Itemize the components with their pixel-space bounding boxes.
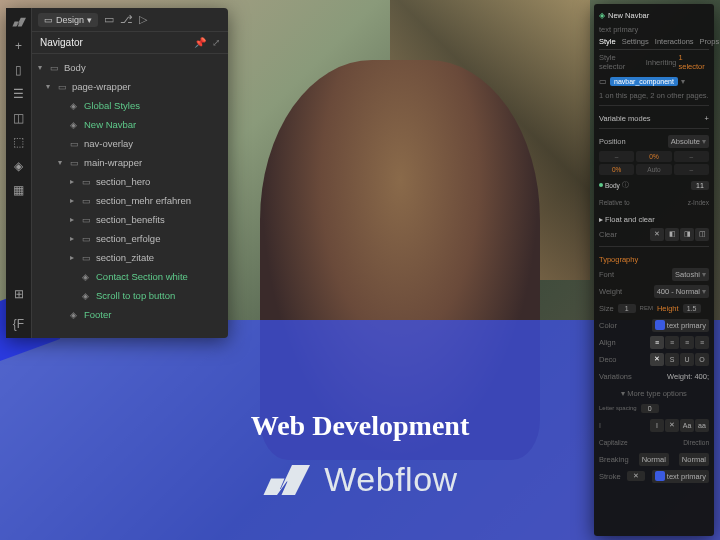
element-icon: ◈ [70,101,80,111]
offset-left2[interactable]: 0% [599,164,634,175]
webflow-logo-small-icon[interactable] [11,14,27,30]
breaking-dropdown[interactable]: Normal [639,453,669,466]
element-icon: ▭ [82,196,92,206]
tree-item[interactable]: ◈Contact Section white [32,267,228,286]
deco-strike[interactable]: S [665,353,679,366]
tab-style[interactable]: Style [599,37,616,46]
components-icon[interactable]: ◫ [11,110,27,126]
clear-both[interactable]: ◫ [695,228,709,241]
offset-auto[interactable]: Auto [636,164,671,175]
cap-aa2[interactable]: aa [695,419,709,432]
tree-item[interactable]: ▸▭section_mehr erfahren [32,191,228,210]
stroke-swatch-icon [655,471,665,481]
clear-left[interactable]: ◧ [665,228,679,241]
tree-item[interactable]: ◈New Navbar [32,115,228,134]
position-dropdown[interactable]: Absolute ▾ [668,135,709,148]
font-dropdown[interactable]: Satoshi ▾ [672,268,709,281]
preview-icon[interactable]: ▷ [139,13,147,26]
tree-item[interactable]: ▸▭section_hero [32,172,228,191]
deco-over[interactable]: O [695,353,709,366]
navigator-tree: ▾▭Body▾▭page-wrapper◈Global Styles◈New N… [32,54,228,338]
status-dot-icon [599,183,603,187]
tree-item[interactable]: ◈Footer [32,305,228,324]
relative-to-value[interactable]: Body [605,182,620,189]
offset-left[interactable]: – [599,151,634,162]
tree-item[interactable]: ▸▭section_zitate [32,248,228,267]
typography-section: Typography [599,255,709,264]
assets-icon[interactable]: ▦ [11,182,27,198]
tree-item[interactable]: ▾▭main-wrapper [32,153,228,172]
color-swatch-icon [655,320,665,330]
weight-dropdown[interactable]: 400 - Normal ▾ [654,285,709,298]
cms-icon[interactable]: ⊞ [11,286,27,302]
offset-top[interactable]: 0% [636,151,671,162]
selector-chip[interactable]: navbar_component [610,77,678,86]
align-right[interactable]: ≡ [680,336,694,349]
mode-label: Design [56,15,84,25]
ls-input[interactable]: 0 [641,404,659,413]
tree-item[interactable]: ◈Global Styles [32,96,228,115]
deco-underline[interactable]: U [680,353,694,366]
add-element-icon[interactable]: + [11,38,27,54]
height-input[interactable]: 1.5 [683,304,701,313]
breakpoint-icon[interactable]: ▭ [104,13,114,26]
info-icon[interactable]: ⓘ [622,181,629,190]
variables-icon[interactable]: ⬚ [11,134,27,150]
styles-icon[interactable]: ◈ [11,158,27,174]
wrap-dropdown[interactable]: Normal [679,453,709,466]
stroke-w[interactable]: ✕ [627,471,645,481]
deco-none[interactable]: ✕ [650,353,664,366]
variable-modes-section[interactable]: Variable modes + [599,114,709,123]
chevron-icon: ▸ [70,234,78,243]
tree-item[interactable]: ▭nav-overlay [32,134,228,153]
navigator-icon[interactable]: ☰ [11,86,27,102]
offset-right[interactable]: – [674,151,709,162]
branch-icon[interactable]: ⎇ [120,13,133,26]
align-justify[interactable]: ≡ [695,336,709,349]
stroke-row: Stroke ✕ text primary [599,469,709,483]
tree-item[interactable]: ◈Scroll to top button [32,286,228,305]
ls-row: Letter spacing 0 [599,401,709,415]
offset-right2[interactable]: – [674,164,709,175]
pin-icon[interactable]: 📌 [194,37,206,48]
position-offsets: – 0% – 0% Auto – [599,151,709,175]
tab-interactions[interactable]: Interactions [655,37,694,46]
nav-main: ▭ Design ▾ ▭ ⎇ ▷ Navigator 📌 ⤢ ▾▭Body▾▭p… [32,8,228,338]
italic-off[interactable]: ✕ [665,419,679,432]
tree-label: New Navbar [84,119,136,130]
element-header: ◈ New Navbar [599,8,709,22]
tree-item[interactable]: ▸▭section_erfolge [32,229,228,248]
tree-item[interactable]: ▸▭section_benefits [32,210,228,229]
selector-chip-row: ▭ navbar_component ▾ [599,74,709,88]
align-row: Align ≡≡≡≡ [599,335,709,349]
tree-item[interactable]: ▾▭Body [32,58,228,77]
inheriting-count[interactable]: 1 selector [679,53,710,71]
weight-row: Weight 400 - Normal ▾ [599,284,709,298]
size-input[interactable]: 1 [618,304,636,313]
add-icon[interactable]: + [705,114,709,123]
breakpoint-dot-icon[interactable]: ▭ [599,77,607,86]
align-center[interactable]: ≡ [665,336,679,349]
float-section[interactable]: ▸ Float and clear [599,215,709,224]
tree-item[interactable]: ▾▭page-wrapper [32,77,228,96]
stroke-color[interactable]: text primary [652,470,709,483]
variations-value[interactable]: Weight: 400; [667,372,709,381]
tab-settings[interactable]: Settings [622,37,649,46]
color-picker[interactable]: text primary [652,319,709,332]
clear-none[interactable]: ✕ [650,228,664,241]
mode-dropdown[interactable]: ▭ Design ▾ [38,13,98,27]
apps-icon[interactable]: {F [11,316,27,332]
italic-i[interactable]: I [650,419,664,432]
clear-right[interactable]: ◨ [680,228,694,241]
more-type-options[interactable]: ▾ More type options [599,389,709,398]
collapse-icon[interactable]: ⤢ [212,37,220,48]
zindex-input[interactable]: 11 [691,181,709,190]
pages-icon[interactable]: ▯ [11,62,27,78]
cap-aa[interactable]: Aa [680,419,694,432]
chevron-down-icon[interactable]: ▾ [681,77,685,86]
chevron-icon: ▸ [70,253,78,262]
rel-z-labels: Relative to z-Index [599,195,709,209]
tree-label: main-wrapper [84,157,142,168]
align-left[interactable]: ≡ [650,336,664,349]
tab-props[interactable]: Props [700,37,720,46]
